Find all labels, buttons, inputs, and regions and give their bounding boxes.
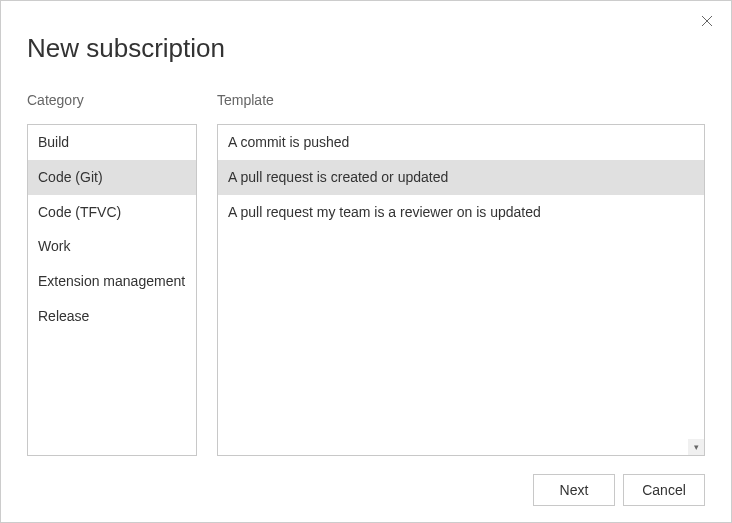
- chevron-down-icon: ▾: [694, 442, 699, 452]
- category-label: Category: [27, 92, 197, 108]
- category-item[interactable]: Code (TFVC): [28, 195, 196, 230]
- scrollbar: ▾: [688, 439, 704, 455]
- close-icon: [701, 15, 713, 27]
- scroll-down-button[interactable]: ▾: [688, 439, 704, 455]
- cancel-button[interactable]: Cancel: [623, 474, 705, 506]
- template-item[interactable]: A commit is pushed: [218, 125, 704, 160]
- template-listbox[interactable]: A commit is pushedA pull request is crea…: [217, 124, 705, 456]
- category-item[interactable]: Release: [28, 299, 196, 334]
- template-item[interactable]: A pull request my team is a reviewer on …: [218, 195, 704, 230]
- new-subscription-dialog: New subscription Category BuildCode (Git…: [0, 0, 732, 523]
- template-label: Template: [217, 92, 705, 108]
- category-item[interactable]: Extension management: [28, 264, 196, 299]
- category-item[interactable]: Build: [28, 125, 196, 160]
- category-item[interactable]: Code (Git): [28, 160, 196, 195]
- content-columns: Category BuildCode (Git)Code (TFVC)WorkE…: [27, 92, 705, 456]
- template-item[interactable]: A pull request is created or updated: [218, 160, 704, 195]
- next-button[interactable]: Next: [533, 474, 615, 506]
- category-column: Category BuildCode (Git)Code (TFVC)WorkE…: [27, 92, 197, 456]
- close-button[interactable]: [697, 11, 717, 31]
- dialog-title: New subscription: [27, 33, 705, 64]
- category-item[interactable]: Work: [28, 229, 196, 264]
- dialog-footer: Next Cancel: [27, 456, 705, 506]
- category-listbox[interactable]: BuildCode (Git)Code (TFVC)WorkExtension …: [27, 124, 197, 456]
- template-column: Template A commit is pushedA pull reques…: [217, 92, 705, 456]
